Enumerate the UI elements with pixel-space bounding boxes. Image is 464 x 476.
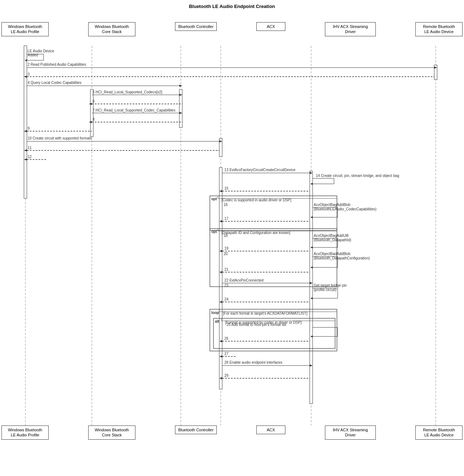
svg-marker-13 [25,59,27,61]
svg-rect-12 [434,65,437,80]
svg-text:10 Create circuit with support: 10 Create circuit with supported formats [28,136,92,140]
svg-text:23: 23 [224,283,229,287]
svg-marker-67 [219,220,222,222]
svg-text:LE Audio Device: LE Audio Device [28,49,54,53]
svg-text:opt: opt [211,197,217,201]
footer-actor-win-bt-le-audio: Windows BluetoothLE Audio Profile [1,425,49,440]
svg-text:17: 17 [224,217,229,221]
svg-marker-81 [310,266,313,269]
svg-marker-108 [310,335,313,338]
svg-rect-6 [24,46,27,198]
svg-text:AcxObjectBagAddBlob: AcxObjectBagAddBlob [314,203,351,207]
svg-text:15: 15 [224,186,229,190]
svg-text:18: 18 [224,234,228,238]
svg-marker-47 [24,158,27,161]
svg-marker-79 [219,250,222,252]
svg-marker-120 [219,377,222,379]
svg-text:[For each format in target's A: [For each format in target's ACXDATAFORM… [223,311,308,315]
svg-rect-57 [210,196,337,230]
footer-actor-bt-controller: Bluetooth Controller [175,425,217,434]
svg-text:AcxObjectBadAddBlob: AcxObjectBadAddBlob [314,252,351,256]
svg-text:20: 20 [224,252,228,256]
svg-marker-29 [89,103,92,105]
svg-text:alt: alt [215,319,219,323]
svg-marker-96 [219,301,222,303]
svg-rect-10 [219,168,222,389]
svg-marker-41 [219,140,222,142]
svg-text:opt: opt [211,230,217,234]
footer-actor-ihv-acx: IHV ACX Streaming Driver [325,425,376,440]
svg-text:7 HCI_Read_Local_Supported_Cod: 7 HCI_Read_Local_Supported_Codec_Capabil… [93,108,175,112]
svg-marker-20 [24,76,27,78]
svg-text:13 EvtAcxFactoryCircuitCreateC: 13 EvtAcxFactoryCircuitCreateCircuitDevi… [224,168,296,172]
svg-text:5 HCI_Read_Local_Supported_Cod: 5 HCI_Read_Local_Supported_Codecs[v2] [93,90,162,94]
svg-marker-44 [24,149,27,152]
svg-marker-26 [179,94,182,96]
svg-marker-114 [219,355,222,358]
svg-marker-38 [24,130,27,132]
svg-text:(profile circuit): (profile circuit) [314,288,337,292]
svg-marker-35 [89,121,92,123]
svg-marker-117 [310,364,313,367]
svg-marker-89 [310,282,313,284]
actor-acx: ACX [256,22,285,31]
actor-remote-bt-le: Remote BluetoothLE Audio Device [415,22,463,36]
svg-marker-50 [310,172,313,174]
svg-text:3: 3 [28,72,30,76]
diagram-title: Bluetooth LE Audio Endpoint Creation [0,0,464,11]
actor-win-bt-core: Windows BluetoothCore Stack [88,22,135,36]
footer-actor-remote-bt-le: Remote BluetoothLE Audio Device [415,425,463,440]
svg-marker-91 [310,297,313,299]
actor-bt-controller: Bluetooth Controller [175,22,217,31]
svg-text:9: 9 [28,126,30,130]
svg-text:21: 21 [224,267,229,271]
svg-marker-62 [310,216,313,218]
svg-marker-55 [219,190,222,192]
svg-text:11: 11 [28,146,32,150]
svg-text:6: 6 [93,99,95,103]
svg-text:4 Query Local Codec Capabiliti: 4 Query Local Codec Capabilities [28,81,81,85]
actor-ihv-acx: IHV ACX Streaming Driver [325,22,376,36]
svg-text:[Codec is supported in audio d: [Codec is supported in audio driver or D… [221,198,292,202]
actors-top-row: Windows BluetoothLE Audio Profile Window… [0,22,464,36]
svg-marker-52 [310,183,313,185]
svg-text:29: 29 [224,374,229,378]
svg-rect-69 [210,229,337,287]
svg-text:19: 19 [224,246,229,250]
svg-text:(BluetoothLEAudio_CodecCapabil: (BluetoothLEAudio_CodecCapabilities) [314,207,377,211]
svg-text:27: 27 [224,352,229,356]
svg-text:2 Read Published Audio Capabil: 2 Read Published Audio Capabilities [28,62,86,66]
svg-text:12: 12 [28,155,32,159]
footer-actor-acx: ACX [256,425,285,434]
svg-rect-103 [213,318,335,348]
svg-text:Added: Added [28,53,38,57]
svg-rect-11 [310,171,313,404]
svg-text:14 Create circuit, pin, stream: 14 Create circuit, pin, stream bridge, a… [316,174,399,178]
svg-text:28 Enable audio endpoint inter: 28 Enable audio endpoint interfaces [224,360,282,364]
svg-text:22 EvtAcxPinConnected: 22 EvtAcxPinConnected [224,278,264,282]
svg-marker-32 [179,112,182,114]
svg-text:(Bluetooth_DatapathId): (Bluetooth_DatapathId) [314,238,351,242]
svg-rect-7 [90,89,93,137]
svg-text:[Datapath ID and Configuration: [Datapath ID and Configuration are known… [221,231,290,235]
svg-text:25 Add format to host pin's fo: 25 Add format to host pin's format list [227,323,286,327]
svg-rect-98 [210,309,337,351]
svg-text:24: 24 [224,297,229,301]
svg-rect-8 [179,89,182,128]
actor-win-bt-le-audio: Windows BluetoothLE Audio Profile [1,22,49,36]
svg-marker-111 [219,340,222,342]
actors-bottom-row: Windows BluetoothLE Audio Profile Window… [0,425,464,440]
svg-text:loop: loop [211,311,219,315]
svg-marker-86 [219,271,222,273]
svg-text:(Bluetooth_DatapathConfigurati: (Bluetooth_DatapathConfiguration) [314,256,370,260]
svg-text:16: 16 [224,203,228,207]
svg-marker-23 [179,85,182,87]
svg-text:8: 8 [93,117,95,121]
svg-marker-74 [310,246,313,249]
svg-marker-17 [434,66,437,69]
svg-text:Get target bridge pin: Get target bridge pin [314,283,347,287]
footer-actor-win-bt-core: Windows BluetoothCore Stack [88,425,135,440]
svg-text:AcxObjectBagAddUl8: AcxObjectBagAddUl8 [314,234,349,238]
svg-text:[Format is supported by codec : [Format is supported by codec in driver … [225,320,302,324]
svg-rect-9 [219,138,222,157]
